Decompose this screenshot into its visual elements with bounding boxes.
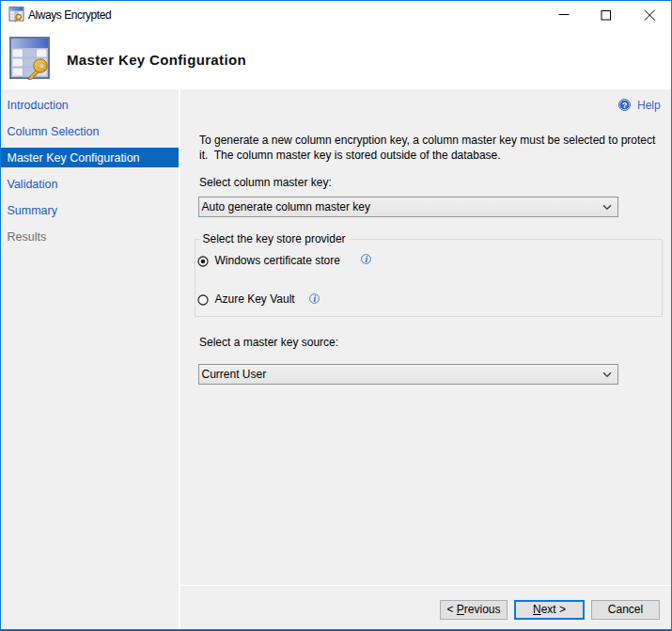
svg-text:i: i	[313, 294, 316, 304]
svg-text:i: i	[365, 255, 367, 264]
svg-text:?: ?	[622, 101, 628, 110]
